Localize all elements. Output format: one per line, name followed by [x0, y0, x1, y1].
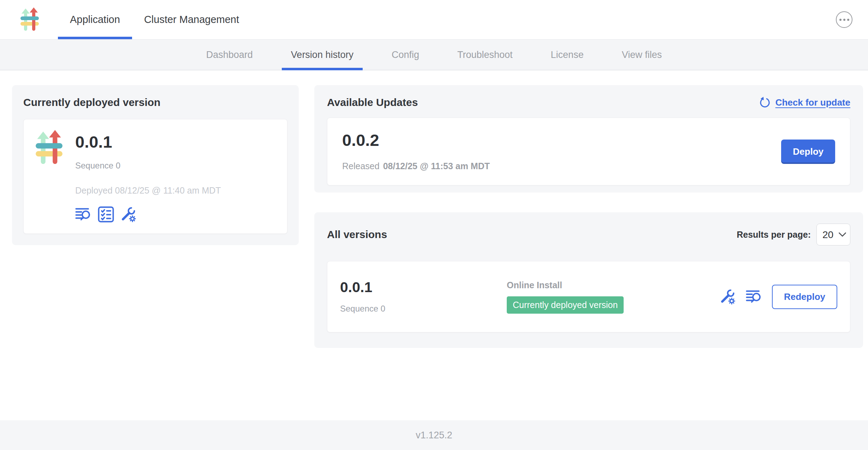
deployed-version-actions [75, 206, 221, 223]
page-footer: v1.125.2 [0, 420, 868, 450]
console-version: v1.125.2 [416, 430, 452, 441]
app-logo-icon [36, 130, 63, 167]
subnav-config-label: Config [392, 49, 419, 60]
preflight-checks-icon[interactable] [98, 206, 114, 223]
app-logo-icon [20, 7, 39, 33]
results-per-page-label: Results per page: [737, 230, 811, 240]
row-sequence: Sequence 0 [340, 304, 507, 314]
ellipsis-menu-icon[interactable] [836, 11, 852, 28]
available-updates-title: Available Updates [327, 96, 418, 108]
deployed-version-number: 0.0.1 [75, 134, 221, 150]
tab-cluster-management[interactable]: Cluster Management [132, 0, 251, 39]
deployed-version-info: 0.0.1 Sequence 0 Deployed 08/12/25 @ 11:… [75, 130, 221, 223]
all-versions-card: All versions Results per page: 20 [314, 212, 863, 348]
deployed-timestamp: Deployed 08/12/25 @ 11:40 am MDT [75, 185, 221, 196]
subnav-view-files-label: View files [622, 49, 662, 60]
all-versions-header: All versions Results per page: 20 [327, 224, 850, 245]
kots-admin-console: Application Cluster Management Dashboard… [0, 0, 868, 450]
deployed-card-title: Currently deployed version [23, 96, 287, 108]
update-row: 0.0.2 Released 08/12/25 @ 11:53 am MDT D… [327, 118, 850, 185]
install-type-label: Online Install [507, 280, 720, 290]
available-updates-card: Available Updates Check for update 0.0.2… [314, 85, 863, 193]
topbar-spacer [251, 0, 836, 39]
released-timestamp: 08/12/25 @ 11:53 am MDT [383, 161, 490, 171]
update-version-number: 0.0.2 [342, 132, 490, 148]
subnav-dashboard[interactable]: Dashboard [187, 40, 272, 70]
tab-application-label: Application [70, 14, 120, 25]
refresh-icon [759, 96, 771, 108]
config-wrench-icon[interactable] [120, 206, 137, 223]
subnav-version-history-label: Version history [291, 49, 353, 60]
subnav-dashboard-label: Dashboard [206, 49, 253, 60]
update-info: 0.0.2 Released 08/12/25 @ 11:53 am MDT [342, 132, 490, 171]
version-row-status: Online Install Currently deployed versio… [507, 280, 720, 314]
tab-application[interactable]: Application [58, 0, 132, 39]
subnav-version-history[interactable]: Version history [272, 40, 373, 70]
redeploy-button[interactable]: Redeploy [772, 285, 837, 309]
version-row-actions: Redeploy [720, 285, 837, 309]
view-logs-icon[interactable] [75, 207, 91, 222]
deploy-button[interactable]: Deploy [781, 140, 835, 164]
currently-deployed-badge: Currently deployed version [507, 296, 624, 314]
currently-deployed-card: Currently deployed version 0.0.1 Sequenc… [12, 85, 299, 245]
released-prefix: Released [342, 161, 380, 171]
deployed-version-panel: 0.0.1 Sequence 0 Deployed 08/12/25 @ 11:… [23, 119, 287, 234]
update-released-line: Released 08/12/25 @ 11:53 am MDT [342, 161, 490, 171]
top-nav: Application Cluster Management [58, 0, 251, 39]
subnav-troubleshoot-label: Troubleshoot [457, 49, 513, 60]
subnav-config[interactable]: Config [373, 40, 438, 70]
subnav-license-label: License [551, 49, 584, 60]
version-row-info: 0.0.1 Sequence 0 [340, 280, 507, 314]
results-per-page: Results per page: 20 [737, 224, 850, 245]
row-version-number: 0.0.1 [340, 280, 507, 295]
subnav-license[interactable]: License [532, 40, 603, 70]
available-updates-header: Available Updates Check for update [327, 96, 850, 108]
version-row: 0.0.1 Sequence 0 Online Install Currentl… [327, 261, 850, 332]
view-logs-icon[interactable] [746, 289, 762, 304]
main-content: Currently deployed version 0.0.1 Sequenc… [0, 70, 868, 420]
results-per-page-select-wrap: 20 [816, 224, 850, 245]
deployed-sequence: Sequence 0 [75, 161, 221, 171]
subnav-troubleshoot[interactable]: Troubleshoot [438, 40, 532, 70]
tab-cluster-management-label: Cluster Management [144, 14, 239, 25]
right-column: Available Updates Check for update 0.0.2… [314, 85, 863, 348]
check-for-update-label: Check for update [775, 97, 850, 108]
results-per-page-select[interactable]: 20 [816, 224, 850, 245]
top-bar: Application Cluster Management [0, 0, 868, 40]
app-sub-nav: Dashboard Version history Config Trouble… [0, 40, 868, 70]
config-wrench-icon[interactable] [720, 289, 736, 305]
subnav-view-files[interactable]: View files [603, 40, 681, 70]
all-versions-title: All versions [327, 229, 387, 241]
check-for-update-link[interactable]: Check for update [759, 96, 850, 108]
